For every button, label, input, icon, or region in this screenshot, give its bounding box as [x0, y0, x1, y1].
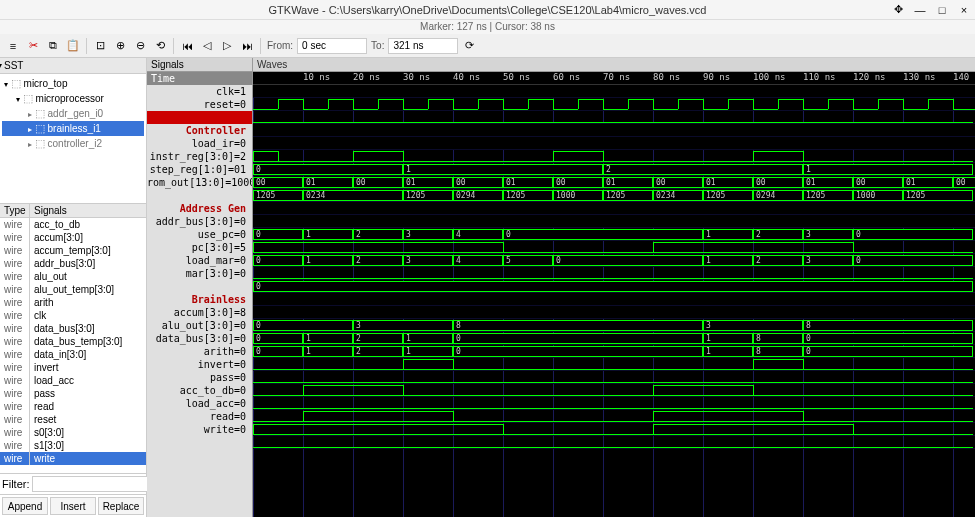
wave-row: [253, 241, 975, 254]
signal-name-row[interactable]: use_pc=0: [147, 228, 252, 241]
wave-row: 0: [253, 280, 975, 293]
zoom-fit-icon[interactable]: ⊡: [91, 37, 109, 55]
tree-item[interactable]: ▾ ⬚ micro_top: [2, 76, 144, 91]
paste-icon[interactable]: 📋: [64, 37, 82, 55]
waves-panel[interactable]: Waves 10 ns20 ns30 ns40 ns50 ns60 ns70 n…: [253, 58, 975, 517]
signal-name-row[interactable]: Brainless: [147, 293, 252, 306]
signals-header: Signals: [30, 204, 146, 217]
signal-list-row[interactable]: wirealu_out_temp[3:0]: [0, 283, 146, 296]
goto-end-icon[interactable]: ⏭: [238, 37, 256, 55]
signal-list-row[interactable]: wireaddr_bus[3:0]: [0, 257, 146, 270]
to-input[interactable]: [388, 38, 458, 54]
signal-name-row[interactable]: acc_to_db=0: [147, 384, 252, 397]
waves-header: Waves: [253, 58, 975, 72]
signal-name-row[interactable]: mar[3:0]=0: [147, 267, 252, 280]
signal-name-row[interactable]: Controller: [147, 124, 252, 137]
signal-name-row[interactable]: [147, 189, 252, 202]
signal-name-row[interactable]: addr_bus[3:0]=0: [147, 215, 252, 228]
signal-list-row[interactable]: wirepass: [0, 387, 146, 400]
signal-list-row[interactable]: wirewrite: [0, 452, 146, 465]
signal-list-row[interactable]: wireinvert: [0, 361, 146, 374]
cut-icon[interactable]: ✂: [24, 37, 42, 55]
signal-name-row[interactable]: pass=0: [147, 371, 252, 384]
move-icon[interactable]: ✥: [891, 3, 905, 17]
signal-name-row[interactable]: load_ir=0: [147, 137, 252, 150]
hierarchy-tree[interactable]: ▾ ⬚ micro_top▾ ⬚ microprocessor▸ ⬚ addr_…: [0, 74, 146, 204]
signal-name-row[interactable]: reset=0: [147, 98, 252, 111]
tree-item[interactable]: ▸ ⬚ controller_i2: [2, 136, 144, 151]
signal-name-row[interactable]: Time: [147, 72, 252, 85]
wave-area[interactable]: 0121000100010001000100010001000100120502…: [253, 85, 975, 517]
tree-item[interactable]: ▸ ⬚ addr_gen_i0: [2, 106, 144, 121]
prev-edge-icon[interactable]: ◁: [198, 37, 216, 55]
wave-row: [253, 202, 975, 215]
menu-icon[interactable]: ≡: [4, 37, 22, 55]
next-edge-icon[interactable]: ▷: [218, 37, 236, 55]
signal-name-row[interactable]: instr_reg[3:0]=2: [147, 150, 252, 163]
wave-row: 000100010001000100010001000100: [253, 176, 975, 189]
signals-panel: Signals Timeclk=1reset=0Controllerload_i…: [147, 58, 253, 517]
signal-list-row[interactable]: wirearith: [0, 296, 146, 309]
time-ruler: 10 ns20 ns30 ns40 ns50 ns60 ns70 ns80 ns…: [253, 72, 975, 85]
signal-list-row[interactable]: wires0[3:0]: [0, 426, 146, 439]
signal-name-row[interactable]: write=0: [147, 423, 252, 436]
signal-name-row[interactable]: load_mar=0: [147, 254, 252, 267]
zoom-out-icon[interactable]: ⊖: [131, 37, 149, 55]
wave-row: [253, 85, 975, 98]
signal-list[interactable]: wireacc_to_dbwireaccum[3:0]wireaccum_tem…: [0, 218, 146, 473]
tree-item[interactable]: ▾ ⬚ microprocessor: [2, 91, 144, 106]
wave-row: [253, 358, 975, 371]
type-header: Type: [0, 204, 30, 217]
from-input[interactable]: [297, 38, 367, 54]
signal-name-row[interactable]: load_acc=0: [147, 397, 252, 410]
wave-row: [253, 397, 975, 410]
filter-label: Filter:: [2, 478, 30, 490]
signal-list-row[interactable]: wireaccum[3:0]: [0, 231, 146, 244]
reload-icon[interactable]: ⟳: [460, 37, 478, 55]
wave-row: 0123401230: [253, 228, 975, 241]
signal-list-row[interactable]: wiredata_bus_temp[3:0]: [0, 335, 146, 348]
signal-list-row[interactable]: wireread: [0, 400, 146, 413]
signal-name-row[interactable]: [147, 111, 252, 124]
signal-list-row[interactable]: wirereset: [0, 413, 146, 426]
from-label: From:: [267, 40, 293, 51]
signal-list-row[interactable]: wirealu_out: [0, 270, 146, 283]
signal-list-row[interactable]: wiredata_bus[3:0]: [0, 322, 146, 335]
append-button[interactable]: Append: [2, 497, 48, 515]
signal-name-row[interactable]: Address Gen: [147, 202, 252, 215]
signal-name-row[interactable]: invert=0: [147, 358, 252, 371]
zoom-in-icon[interactable]: ⊕: [111, 37, 129, 55]
zoom-undo-icon[interactable]: ⟲: [151, 37, 169, 55]
maximize-icon[interactable]: □: [935, 3, 949, 17]
signal-name-row[interactable]: rom_out[13:0]=1000: [147, 176, 252, 189]
replace-button[interactable]: Replace: [98, 497, 144, 515]
minimize-icon[interactable]: —: [913, 3, 927, 17]
signal-name-row[interactable]: [147, 280, 252, 293]
signal-list-row[interactable]: wires1[3:0]: [0, 439, 146, 452]
wave-row: [253, 293, 975, 306]
copy-icon[interactable]: ⧉: [44, 37, 62, 55]
signal-list-row[interactable]: wireclk: [0, 309, 146, 322]
wave-row: 01234501230: [253, 254, 975, 267]
wave-row: 03838: [253, 319, 975, 332]
goto-start-icon[interactable]: ⏮: [178, 37, 196, 55]
wave-row: 01210180: [253, 332, 975, 345]
signal-name-row[interactable]: step_reg[1:0]=01: [147, 163, 252, 176]
insert-button[interactable]: Insert: [50, 497, 96, 515]
signal-list-row[interactable]: wireacc_to_db: [0, 218, 146, 231]
signals-panel-header: Signals: [147, 58, 252, 72]
signal-name-row[interactable]: accum[3:0]=8: [147, 306, 252, 319]
wave-row: [253, 306, 975, 319]
signal-list-row[interactable]: wireload_acc: [0, 374, 146, 387]
signal-name-row[interactable]: arith=0: [147, 345, 252, 358]
signal-name-row[interactable]: pc[3:0]=5: [147, 241, 252, 254]
wave-row: [253, 124, 975, 137]
signal-name-row[interactable]: clk=1: [147, 85, 252, 98]
signal-list-row[interactable]: wiredata_in[3:0]: [0, 348, 146, 361]
signal-name-row[interactable]: read=0: [147, 410, 252, 423]
close-icon[interactable]: ×: [957, 3, 971, 17]
signal-name-row[interactable]: alu_out[3:0]=0: [147, 319, 252, 332]
signal-name-row[interactable]: data_bus[3:0]=0: [147, 332, 252, 345]
signal-list-row[interactable]: wireaccum_temp[3:0]: [0, 244, 146, 257]
tree-item[interactable]: ▸ ⬚ brainless_i1: [2, 121, 144, 136]
